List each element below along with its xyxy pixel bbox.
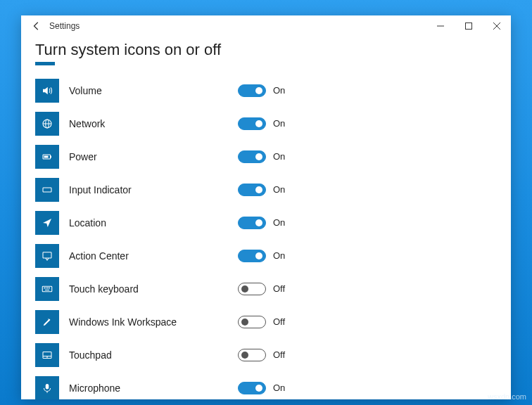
item-label: Windows Ink Workspace: [69, 316, 238, 328]
svg-point-19: [46, 288, 46, 288]
microphone-icon: [35, 376, 59, 400]
action-center-icon: [35, 244, 59, 268]
toggle-state-label: On: [273, 151, 285, 162]
item-label: Network: [69, 118, 238, 129]
toggle-control: On: [238, 84, 285, 97]
toggle-location[interactable]: [238, 217, 266, 229]
toggle-state-label: On: [273, 382, 285, 393]
toggle-power[interactable]: [238, 150, 266, 163]
window-title: Settings: [49, 21, 80, 31]
content-area: Turn system icons on or off ClockOnVolum…: [21, 37, 511, 399]
keyboard-icon: [35, 277, 59, 301]
toggle-row-microphone: MicrophoneOn: [35, 371, 497, 399]
svg-point-18: [44, 288, 45, 288]
close-button[interactable]: [483, 15, 511, 37]
toggle-touchpad[interactable]: [238, 349, 266, 361]
toggle-control: On: [238, 250, 285, 262]
toggle-action-center[interactable]: [238, 250, 266, 262]
item-label: Volume: [69, 85, 238, 96]
toggle-control: On: [238, 217, 285, 229]
toggle-row-input-indicator: Input IndicatorOn: [35, 173, 497, 206]
svg-rect-10: [44, 155, 49, 158]
toggle-control: On: [238, 117, 285, 130]
titlebar: Settings: [21, 15, 511, 37]
item-label: Location: [69, 217, 238, 229]
toggle-row-touch-keyboard: Touch keyboardOff: [35, 272, 497, 305]
toggle-state-label: Off: [273, 316, 285, 327]
system-icons-list: ClockOnVolumeOnNetworkOnPowerOnInput Ind…: [35, 74, 497, 399]
svg-point-20: [47, 288, 48, 288]
location-icon: [35, 211, 59, 235]
toggle-row-action-center: Action CenterOn: [35, 239, 497, 272]
keyboard-small-icon: [35, 178, 59, 202]
toggle-state-label: Off: [273, 349, 285, 360]
toggle-control: Off: [238, 316, 285, 328]
watermark-text: wsxdn.com: [488, 392, 526, 401]
toggle-state-label: On: [273, 184, 285, 195]
svg-rect-16: [43, 252, 51, 257]
toggle-windows-ink[interactable]: [238, 316, 266, 328]
svg-point-21: [49, 288, 50, 288]
toggle-row-volume: VolumeOn: [35, 74, 497, 107]
toggle-row-network: NetworkOn: [35, 107, 497, 140]
minimize-button[interactable]: [426, 15, 455, 37]
toggle-row-location: LocationOn: [35, 206, 497, 239]
toggle-control: Off: [238, 283, 285, 295]
volume-icon: [35, 79, 59, 103]
toggle-control: On: [238, 150, 285, 163]
item-label: Touchpad: [69, 349, 238, 361]
power-icon: [35, 145, 59, 169]
svg-rect-26: [46, 384, 49, 390]
toggle-state-label: On: [273, 217, 285, 228]
toggle-state-label: Off: [273, 283, 285, 294]
settings-window: Settings Turn system icons on or off Clo…: [21, 15, 511, 399]
toggle-microphone[interactable]: [238, 382, 266, 394]
window-buttons: [426, 15, 511, 37]
toggle-row-power: PowerOn: [35, 140, 497, 173]
network-icon: [35, 112, 59, 136]
page-title: Turn system icons on or off: [35, 41, 497, 59]
item-label: Power: [69, 151, 238, 162]
back-button[interactable]: [27, 16, 46, 36]
toggle-control: On: [238, 382, 285, 394]
svg-rect-17: [42, 286, 52, 292]
accent-bar: [35, 62, 55, 65]
svg-rect-1: [466, 23, 472, 30]
toggle-row-touchpad: TouchpadOff: [35, 338, 497, 371]
toggle-control: On: [238, 184, 285, 196]
item-label: Touch keyboard: [69, 283, 238, 295]
toggle-state-label: On: [273, 118, 285, 129]
toggle-control: Off: [238, 349, 285, 361]
item-label: Input Indicator: [69, 184, 238, 195]
toggle-state-label: On: [273, 85, 285, 96]
toggle-touch-keyboard[interactable]: [238, 283, 266, 295]
toggle-volume[interactable]: [238, 84, 266, 97]
toggle-input-indicator[interactable]: [238, 184, 266, 196]
maximize-button[interactable]: [455, 15, 483, 37]
svg-rect-11: [43, 188, 51, 192]
svg-rect-9: [51, 155, 52, 158]
touchpad-icon: [35, 343, 59, 367]
item-label: Microphone: [69, 382, 238, 394]
toggle-state-label: On: [273, 250, 285, 261]
toggle-row-windows-ink: Windows Ink WorkspaceOff: [35, 305, 497, 338]
pen-icon: [35, 310, 59, 334]
item-label: Action Center: [69, 250, 238, 262]
toggle-network[interactable]: [238, 117, 266, 130]
